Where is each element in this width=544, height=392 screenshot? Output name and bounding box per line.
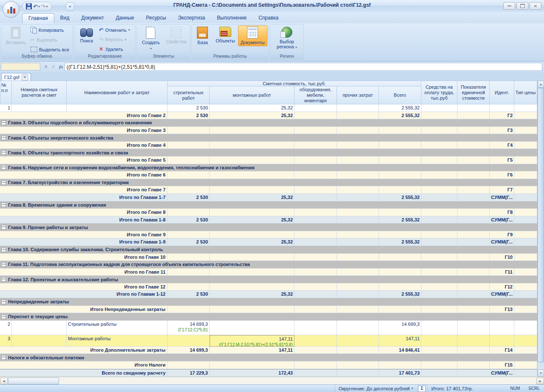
cell-installation[interactable]: 147,11 xyxy=(210,347,294,354)
cell-labor[interactable] xyxy=(421,370,457,377)
cell-labor[interactable] xyxy=(421,269,457,276)
cell-total[interactable] xyxy=(379,171,421,179)
row-label[interactable]: Итого по Главе 4 xyxy=(0,142,168,149)
cell-price-type[interactable] xyxy=(514,321,537,335)
row-label[interactable]: Итого по Главе 10 xyxy=(0,254,168,261)
cell-total[interactable]: 2 555,32 xyxy=(379,104,421,112)
table-row[interactable]: Глава 9. Прочие работы и затраты xyxy=(0,224,537,231)
paste-button[interactable]: Вставить xyxy=(2,25,29,46)
tab-dannye[interactable]: Данные xyxy=(110,13,140,23)
row-label[interactable]: Всего по сводному расчету xyxy=(0,370,168,377)
vertical-scroll-thumb[interactable] xyxy=(538,88,544,362)
cell-construction[interactable] xyxy=(168,171,210,179)
cell-unit-cost[interactable] xyxy=(457,347,490,354)
cell-equipment[interactable] xyxy=(294,104,337,112)
cell-construction[interactable]: 14 699,3 xyxy=(168,347,210,354)
documents-mode-button[interactable]: Документы xyxy=(238,25,267,46)
cell-construction[interactable]: 2 530 xyxy=(168,291,210,298)
rounding-selector[interactable]: Округление: До десятков рублей ▾ xyxy=(335,385,416,392)
cell-construction[interactable] xyxy=(168,209,210,216)
cell-construction[interactable] xyxy=(168,254,210,261)
cell-installation[interactable] xyxy=(210,283,294,291)
cell-total[interactable]: 17 401,73 xyxy=(379,370,421,377)
cell-other[interactable] xyxy=(337,361,379,369)
cell-work-name[interactable]: Монтажные работы xyxy=(67,335,168,347)
cell-price-type[interactable] xyxy=(514,216,537,224)
cell-unit-cost[interactable] xyxy=(457,254,490,261)
delete-button[interactable]: ✕Удалить xyxy=(98,45,131,53)
cell-other[interactable] xyxy=(337,370,379,377)
table-row[interactable]: Итого по Главам 1-72 53025,322 555,32СУМ… xyxy=(0,194,537,202)
cell-construction[interactable] xyxy=(168,186,210,194)
objects-mode-button[interactable]: Объекты xyxy=(213,25,238,45)
cell-unit-cost[interactable] xyxy=(457,335,490,347)
table-row[interactable]: Глава 3. Объекты подсобного и обслуживаю… xyxy=(0,119,537,127)
cell-estimate-numbers[interactable] xyxy=(12,335,67,347)
row-label[interactable]: Итого по Главе 9 xyxy=(0,231,168,239)
chevron-down-icon[interactable]: ▾ xyxy=(125,38,126,42)
search-button[interactable]: Поиск xyxy=(76,25,98,45)
cell-labor[interactable] xyxy=(421,231,457,239)
table-row[interactable]: Итого по Главам 1-82 53025,322 555,32СУМ… xyxy=(0,216,537,224)
collapse-icon[interactable] xyxy=(1,135,6,140)
collapse-icon[interactable] xyxy=(1,314,6,319)
cell-unit-cost[interactable] xyxy=(457,209,490,216)
cell-construction[interactable] xyxy=(168,269,210,276)
cell-ident[interactable]: Г14 xyxy=(490,347,514,354)
table-row[interactable]: 12 53025,322 555,32 xyxy=(0,104,537,112)
cell-ident[interactable]: СУММ(Г... xyxy=(490,216,514,224)
cell-unit-cost[interactable] xyxy=(457,112,490,120)
cell-total[interactable] xyxy=(379,186,421,194)
select-all-button[interactable]: Выделить все xyxy=(29,46,70,53)
collapse-icon[interactable] xyxy=(1,262,6,267)
cell-other[interactable] xyxy=(337,194,379,202)
collapse-icon[interactable] xyxy=(1,120,6,125)
cell-price-type[interactable] xyxy=(514,171,537,179)
cell-installation[interactable] xyxy=(210,361,294,369)
cell-total[interactable] xyxy=(379,269,421,276)
cell-other[interactable] xyxy=(337,254,379,261)
cancel-formula-button[interactable]: ✕ xyxy=(42,63,49,70)
cell-total[interactable] xyxy=(379,157,421,164)
cell-equipment[interactable] xyxy=(294,291,337,298)
cell-other[interactable] xyxy=(337,335,379,347)
row-label[interactable]: Итого по Главе 5 xyxy=(0,157,168,164)
collapse-icon[interactable] xyxy=(1,225,6,230)
table-row[interactable]: 3Монтажные работы147,11((Г1:Г12.М-2,51)*… xyxy=(0,335,537,347)
cell-ident[interactable]: СУММ(Г... xyxy=(490,370,514,377)
confirm-formula-button[interactable]: ✓ xyxy=(50,63,57,70)
row-label[interactable]: Итого Непредвиденные затраты xyxy=(0,306,168,314)
formula-input[interactable] xyxy=(64,63,542,71)
close-button[interactable]: ✕ xyxy=(530,2,541,10)
cell-labor[interactable] xyxy=(421,361,457,369)
table-row[interactable]: Итого НалогиГ15 xyxy=(0,361,537,369)
row-label[interactable]: Итого по Главе 6 xyxy=(0,171,168,179)
collapse-icon[interactable] xyxy=(1,165,6,170)
cell-total[interactable]: 147,11 xyxy=(379,335,421,347)
cell-other[interactable] xyxy=(337,216,379,224)
cell-installation[interactable] xyxy=(210,269,294,276)
cell-labor[interactable] xyxy=(421,127,457,134)
cell-installation[interactable]: 25,32 xyxy=(210,104,294,112)
cell-total[interactable] xyxy=(379,231,421,239)
cell-price-type[interactable] xyxy=(514,361,537,369)
cell-ident[interactable]: СУММ(Г... xyxy=(490,194,514,202)
cell-price-type[interactable] xyxy=(514,347,537,354)
table-row[interactable]: Итого по Главам 1-92 53025,322 555,32СУМ… xyxy=(0,238,537,246)
cell-ident[interactable]: Г8 xyxy=(490,209,514,216)
cell-equipment[interactable] xyxy=(294,283,337,291)
cell-other[interactable] xyxy=(337,209,379,216)
cell-installation[interactable]: 147,11((Г1:Г12.М-2,51)*5,81)+(2,51*5,81*… xyxy=(210,335,294,347)
chevron-down-icon[interactable]: ▾ xyxy=(128,28,130,32)
cell-unit-cost[interactable] xyxy=(457,321,490,335)
cell-total[interactable]: 2 555,32 xyxy=(379,112,421,120)
row-label[interactable]: Итого по Главам 1-9 xyxy=(0,238,168,246)
cell-estimate-numbers[interactable] xyxy=(12,321,67,335)
cell-labor[interactable] xyxy=(421,171,457,179)
table-row[interactable]: Итого по Главе 8Г8 xyxy=(0,209,537,216)
cell-price-type[interactable] xyxy=(514,306,537,314)
table-row[interactable]: 2Строительные работы14 699,3(Г1:Г12.С)*5… xyxy=(0,321,537,335)
cell-equipment[interactable] xyxy=(294,216,337,224)
cell-row-number[interactable]: 3 xyxy=(0,335,12,347)
cell-installation[interactable]: 25,32 xyxy=(210,238,294,246)
